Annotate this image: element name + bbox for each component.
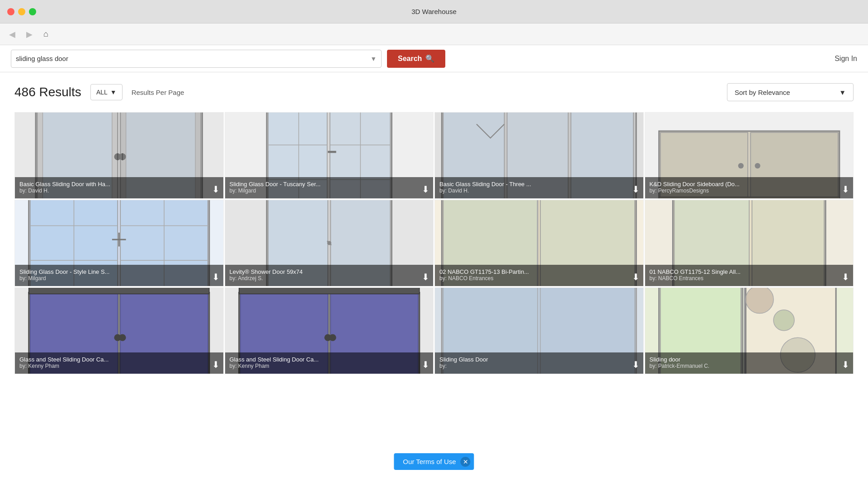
download-button[interactable]: ⬇ — [632, 272, 640, 282]
results-header: 486 Results ALL ▼ Results Per Page Sort … — [14, 83, 854, 101]
item-title: 01 NABCO GT1175-12 Single All... — [650, 268, 837, 275]
list-item[interactable]: Basic Glass Sliding Door - Three ... by:… — [434, 112, 644, 199]
item-title: Basic Glass Sliding Door - Three ... — [439, 181, 627, 188]
item-title: 02 NABCO GT1175-13 Bi-Partin... — [439, 268, 627, 275]
download-button[interactable]: ⬇ — [842, 185, 849, 194]
sort-dropdown[interactable]: Sort by Relevance ▼ — [727, 83, 854, 101]
item-title: Sliding door — [650, 356, 837, 363]
terms-close-button[interactable]: ✕ — [461, 457, 471, 467]
item-info: Levity® Shower Door 59x74 by: Andrzej S. — [225, 265, 434, 286]
list-item[interactable]: K&D Sliding Door Sideboard (Do... by: Pe… — [645, 112, 854, 199]
download-button[interactable]: ⬇ — [212, 360, 220, 369]
item-title: Sliding Glass Door - Tuscany Ser... — [230, 181, 417, 188]
item-author: by: Patrick-Emmanuel C. — [650, 363, 837, 369]
list-item[interactable]: Sliding Glass Door - Style Line S... by:… — [14, 200, 224, 286]
item-info: 01 NABCO GT1175-12 Single All... by: NAB… — [645, 265, 854, 286]
item-info: 02 NABCO GT1175-13 Bi-Partin... by: NABC… — [435, 265, 643, 286]
search-dropdown-icon[interactable]: ▼ — [370, 55, 377, 62]
svg-rect-68 — [239, 288, 419, 294]
search-input[interactable] — [16, 55, 370, 62]
list-item[interactable]: Sliding Glass Door by: ⬇ — [434, 287, 644, 374]
svg-point-71 — [329, 334, 336, 341]
download-button[interactable]: ⬇ — [422, 185, 429, 194]
item-author: by: Milgard — [230, 188, 417, 194]
list-item[interactable]: 02 NABCO GT1175-13 Bi-Partin... by: NABC… — [434, 200, 644, 286]
item-title: Levity® Shower Door 59x74 — [230, 268, 417, 275]
minimize-button[interactable] — [18, 8, 25, 15]
search-button-label: Search — [398, 55, 422, 63]
search-bar: ▼ Search 🔍 Sign In — [0, 45, 868, 72]
results-per-page-label: Results Per Page — [132, 89, 184, 96]
item-author: by: — [439, 363, 627, 369]
list-item[interactable]: Basic Glass Sliding Door with Ha... by: … — [14, 112, 224, 199]
item-title: Glass and Steel Sliding Door Ca... — [230, 356, 417, 363]
content-area: 486 Results ALL ▼ Results Per Page Sort … — [0, 72, 868, 488]
item-title: Glass and Steel Sliding Door Ca... — [19, 356, 207, 363]
title-bar: 3D Warehouse — [0, 0, 868, 23]
item-info: Sliding Glass Door by: — [435, 352, 643, 374]
item-author: by: David H. — [439, 188, 627, 194]
filter-arrow-icon: ▼ — [110, 89, 117, 96]
item-info: Sliding door by: Patrick-Emmanuel C. — [645, 352, 854, 374]
terms-label: Our Terms of Use — [403, 458, 456, 465]
nav-bar: ◀ ▶ ⌂ — [0, 23, 868, 45]
sign-in-button[interactable]: Sign In — [835, 55, 857, 63]
item-author: by: NABCO Entrances — [439, 275, 627, 282]
item-info: Basic Glass Sliding Door - Three ... by:… — [435, 177, 643, 198]
maximize-button[interactable] — [29, 8, 36, 15]
list-item[interactable]: Levity® Shower Door 59x74 by: Andrzej S.… — [225, 200, 434, 286]
download-button[interactable]: ⬇ — [632, 185, 640, 194]
item-info: Basic Glass Sliding Door with Ha... by: … — [15, 177, 223, 198]
item-info: Glass and Steel Sliding Door Ca... by: K… — [15, 352, 223, 374]
window-controls — [7, 8, 36, 15]
download-button[interactable]: ⬇ — [422, 272, 429, 282]
window-title: 3D Warehouse — [411, 8, 457, 15]
sort-arrow-icon: ▼ — [839, 89, 846, 96]
svg-point-29 — [738, 163, 743, 169]
item-info: K&D Sliding Door Sideboard (Do... by: Pe… — [645, 177, 854, 198]
item-info: Glass and Steel Sliding Door Ca... by: K… — [225, 352, 434, 374]
item-title: Basic Glass Sliding Door with Ha... — [19, 181, 207, 188]
back-button[interactable]: ◀ — [5, 28, 19, 41]
svg-point-80 — [773, 310, 794, 331]
item-author: by: Andrzej S. — [230, 275, 417, 282]
search-button[interactable]: Search 🔍 — [387, 50, 445, 68]
terms-banner: Our Terms of Use ✕ — [394, 453, 474, 470]
list-item[interactable]: Sliding Glass Door - Tuscany Ser... by: … — [225, 112, 434, 199]
download-button[interactable]: ⬇ — [212, 185, 220, 194]
item-author: by: Kenny Pham — [230, 363, 417, 369]
download-button[interactable]: ⬇ — [422, 360, 429, 369]
download-button[interactable]: ⬇ — [842, 272, 849, 282]
filter-dropdown[interactable]: ALL ▼ — [90, 84, 123, 100]
sort-label: Sort by Relevance — [735, 89, 835, 96]
download-button[interactable]: ⬇ — [842, 360, 849, 369]
search-icon: 🔍 — [425, 54, 434, 63]
list-item[interactable]: Glass and Steel Sliding Door Ca... by: K… — [14, 287, 224, 374]
svg-point-30 — [755, 163, 760, 169]
home-button[interactable]: ⌂ — [40, 28, 52, 41]
list-item[interactable]: Glass and Steel Sliding Door Ca... by: K… — [225, 287, 434, 374]
item-author: by: NABCO Entrances — [650, 275, 837, 282]
item-title: K&D Sliding Door Sideboard (Do... — [650, 181, 837, 188]
svg-point-79 — [745, 288, 773, 314]
svg-point-64 — [119, 334, 126, 341]
item-title: Sliding Glass Door — [439, 356, 627, 363]
item-author: by: David H. — [19, 188, 207, 194]
download-button[interactable]: ⬇ — [212, 272, 220, 282]
item-author: by: PercyRamosDesigns — [650, 188, 837, 194]
item-info: Sliding Glass Door - Tuscany Ser... by: … — [225, 177, 434, 198]
forward-button[interactable]: ▶ — [23, 28, 36, 41]
svg-rect-61 — [29, 288, 209, 294]
results-count: 486 Results — [14, 85, 81, 99]
list-item[interactable]: 01 NABCO GT1175-12 Single All... by: NAB… — [645, 200, 854, 286]
item-title: Sliding Glass Door - Style Line S... — [19, 268, 207, 275]
close-button[interactable] — [7, 8, 14, 15]
item-info: Sliding Glass Door - Style Line S... by:… — [15, 265, 223, 286]
search-container: ▼ — [11, 50, 382, 68]
list-item[interactable]: Sliding door by: Patrick-Emmanuel C. ⬇ — [645, 287, 854, 374]
item-author: by: Kenny Pham — [19, 363, 207, 369]
filter-label: ALL — [96, 89, 108, 96]
item-author: by: Milgard — [19, 275, 207, 282]
download-button[interactable]: ⬇ — [632, 360, 640, 369]
results-grid: Basic Glass Sliding Door with Ha... by: … — [14, 112, 854, 374]
